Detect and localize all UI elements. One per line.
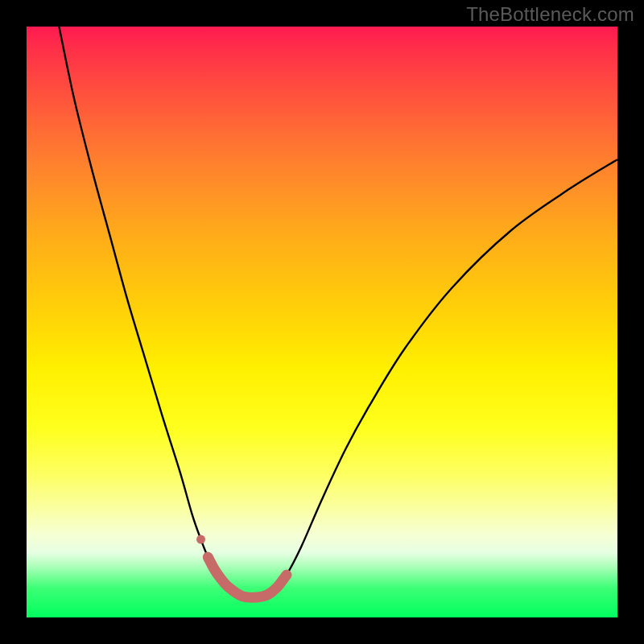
- plot-area: [27, 27, 617, 617]
- marker-layer: [27, 27, 617, 617]
- highlight-segment: [208, 557, 287, 597]
- watermark-text: TheBottleneck.com: [466, 3, 634, 26]
- figure-frame: TheBottleneck.com: [0, 0, 644, 644]
- highlight-dot: [196, 535, 205, 544]
